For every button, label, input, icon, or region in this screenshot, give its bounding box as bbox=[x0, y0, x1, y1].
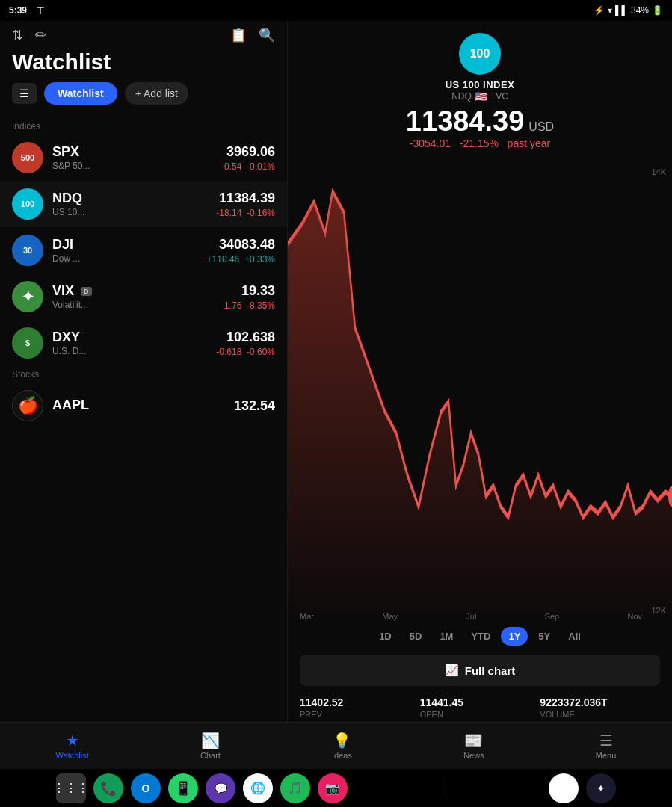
watchlist-tab-active[interactable]: Watchlist bbox=[44, 82, 117, 105]
left-panel: ⇅ ✏ 📋 🔍 Watchlist ☰ Watchlist + Add list… bbox=[0, 21, 288, 722]
tab-bar: ★ Watchlist 📉 Chart 💡 Ideas 📰 News ☰ Men… bbox=[0, 722, 672, 768]
tab-chart[interactable]: 📉 Chart bbox=[188, 729, 232, 763]
index-badge: 100 bbox=[459, 33, 501, 75]
status-right: ⚡ ▾ ▌▌ 34% 🔋 bbox=[594, 5, 663, 16]
watchlist-tabs: ☰ Watchlist + Add list bbox=[12, 82, 275, 105]
watchlist-header: ⇅ ✏ 📋 🔍 Watchlist ☰ Watchlist + Add list bbox=[0, 21, 287, 118]
tab-menu-label: Menu bbox=[596, 751, 617, 760]
ndq-price: 11384.39 bbox=[216, 191, 275, 206]
period-1m[interactable]: 1M bbox=[432, 627, 460, 646]
stock-item-dji[interactable]: 30 DJI Dow ... 34083.48 +110.46 +0.33% bbox=[0, 227, 287, 273]
main-container: ⇅ ✏ 📋 🔍 Watchlist ☰ Watchlist + Add list… bbox=[0, 21, 672, 722]
app-dark[interactable]: ✦ bbox=[586, 773, 616, 803]
vix-badge: ✦ bbox=[12, 281, 43, 312]
period-ytd[interactable]: YTD bbox=[463, 627, 498, 646]
app-google-play[interactable]: ▶ bbox=[549, 773, 579, 803]
index-name: US 100 INDEX bbox=[446, 79, 515, 90]
ndq-prices: 11384.39 -18.14 -0.16% bbox=[216, 191, 275, 218]
app-whatsapp[interactable]: 📱 bbox=[168, 773, 198, 803]
chart-icon: 📉 bbox=[201, 732, 220, 749]
battery-text: 34% bbox=[631, 5, 649, 16]
tab-watchlist[interactable]: ★ Watchlist bbox=[44, 729, 101, 763]
notes-icon[interactable]: 📋 bbox=[230, 27, 247, 43]
period-selector: 1D 5D 1M YTD 1Y 5Y All bbox=[288, 622, 672, 650]
ndq-ticker: NDQ bbox=[52, 191, 216, 206]
news-icon: 📰 bbox=[464, 732, 483, 749]
index-change-value: -3054.01 bbox=[410, 137, 451, 149]
provider-label: TVC bbox=[490, 91, 508, 102]
tab-menu[interactable]: ☰ Menu bbox=[584, 729, 629, 763]
dock-apps-left: ⋮⋮⋮ 📞 O 📱 💬 🌐 🎵 📷 bbox=[56, 773, 348, 803]
period-1y[interactable]: 1Y bbox=[501, 627, 528, 646]
index-header: 100 US 100 INDEX NDQ 🇺🇸 TVC 11384.39 USD… bbox=[288, 21, 672, 160]
stock-item-ndq[interactable]: 100 NDQ US 10... 11384.39 -18.14 -0.16% bbox=[0, 181, 287, 227]
index-change-suffix: past year bbox=[508, 137, 551, 149]
aapl-prices: 132.54 bbox=[234, 398, 275, 414]
search-icon[interactable]: 🔍 bbox=[259, 27, 275, 43]
app-phone[interactable]: 📞 bbox=[93, 773, 123, 803]
period-5d[interactable]: 5D bbox=[402, 627, 430, 646]
edit-icon[interactable]: ✏ bbox=[35, 27, 46, 43]
index-price-value: 11384.39 bbox=[406, 105, 525, 137]
stat-open-value: 11441.45 bbox=[420, 696, 540, 708]
period-all[interactable]: All bbox=[561, 627, 588, 646]
add-list-button[interactable]: + Add list bbox=[125, 82, 188, 105]
x-label-nov: Nov bbox=[627, 612, 642, 621]
x-label-may: May bbox=[382, 612, 398, 621]
right-panel: 100 US 100 INDEX NDQ 🇺🇸 TVC 11384.39 USD… bbox=[288, 21, 672, 722]
x-label-mar: Mar bbox=[300, 612, 314, 621]
stock-item-aapl[interactable]: 🍎 AAPL 132.54 bbox=[0, 383, 287, 429]
wifi-icon: ▾ bbox=[608, 5, 612, 16]
sort-icon[interactable]: ⇅ bbox=[12, 27, 23, 43]
app-messages[interactable]: 💬 bbox=[206, 773, 235, 803]
full-chart-label: Full chart bbox=[465, 664, 516, 677]
app-grid-button[interactable]: ⋮⋮⋮ bbox=[56, 773, 86, 803]
spx-name: S&P 50... bbox=[52, 161, 221, 171]
chart-y-labels: 14K 12K bbox=[651, 160, 666, 622]
full-chart-button[interactable]: 📈 Full chart bbox=[300, 655, 660, 686]
app-spotify[interactable]: 🎵 bbox=[280, 773, 310, 803]
stock-item-spx[interactable]: 500 SPX S&P 50... 3969.06 -0.54 -0.01% bbox=[0, 134, 287, 181]
spx-info: SPX S&P 50... bbox=[52, 144, 221, 171]
app-chrome[interactable]: 🌐 bbox=[243, 773, 273, 803]
tab-watchlist-label: Watchlist bbox=[56, 751, 89, 760]
stock-item-dxy[interactable]: $ DXY U.S. D... 102.638 -0.618 -0.60% bbox=[0, 320, 287, 366]
status-time: 5:39 bbox=[9, 5, 27, 16]
index-change-pct: -21.15% bbox=[460, 137, 499, 149]
price-currency: USD bbox=[528, 120, 554, 134]
battery-icon: 🔋 bbox=[652, 5, 663, 16]
tesla-icon: ⊤ bbox=[36, 5, 44, 16]
hamburger-button[interactable]: ☰ bbox=[12, 83, 37, 104]
stat-volume: 9223372.036T VOLUME bbox=[540, 696, 660, 719]
vix-ticker: VIX D bbox=[52, 283, 221, 299]
dji-ticker: DJI bbox=[52, 237, 207, 253]
price-chart bbox=[288, 160, 672, 622]
ndq-info: NDQ US 10... bbox=[52, 191, 216, 217]
chart-fill bbox=[288, 191, 672, 622]
stat-volume-value: 9223372.036T bbox=[540, 696, 660, 708]
aapl-ticker: AAPL bbox=[52, 398, 234, 413]
app-camera[interactable]: 📷 bbox=[318, 773, 348, 803]
app-outlook[interactable]: O bbox=[131, 773, 161, 803]
signal-icon: ▌▌ bbox=[615, 5, 628, 16]
flag-icon: 🇺🇸 bbox=[475, 90, 487, 102]
tab-chart-label: Chart bbox=[200, 751, 221, 760]
spx-price: 3969.06 bbox=[221, 144, 275, 160]
ideas-icon: 💡 bbox=[333, 732, 351, 749]
dxy-change: -0.618 -0.60% bbox=[216, 347, 275, 357]
spx-ticker: SPX bbox=[52, 144, 221, 160]
tab-news[interactable]: 📰 News bbox=[451, 729, 496, 763]
period-5y[interactable]: 5Y bbox=[531, 627, 558, 646]
period-1d[interactable]: 1D bbox=[372, 627, 399, 646]
dock-divider bbox=[448, 777, 448, 800]
tab-ideas[interactable]: 💡 Ideas bbox=[320, 729, 364, 763]
full-chart-icon: 📈 bbox=[445, 664, 459, 677]
tab-ideas-label: Ideas bbox=[332, 751, 352, 760]
stat-prev-value: 11402.52 bbox=[300, 696, 420, 708]
spx-change: -0.54 -0.01% bbox=[221, 161, 275, 172]
stock-item-vix[interactable]: ✦ VIX D Volatilit... 19.33 -1.76 -8.35% bbox=[0, 273, 287, 320]
status-left: 5:39 ⊤ bbox=[9, 5, 44, 16]
vix-change: -1.76 -8.35% bbox=[221, 300, 275, 311]
dji-info: DJI Dow ... bbox=[52, 237, 207, 264]
vix-d-badge: D bbox=[81, 287, 92, 296]
